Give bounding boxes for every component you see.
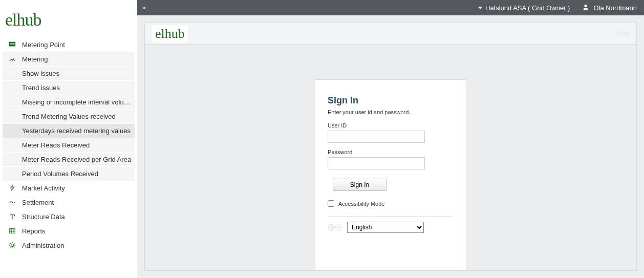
- sub-period-volumes-received[interactable]: Period Volumes Received: [3, 166, 135, 181]
- svg-line-22: [14, 247, 14, 247]
- sidebar-item-administration[interactable]: Administration: [3, 238, 135, 252]
- sidebar-item-reports[interactable]: Reports: [3, 224, 135, 238]
- nav-label: Settlement: [22, 199, 54, 206]
- svg-rect-1: [10, 43, 15, 44]
- svg-line-23: [10, 247, 11, 247]
- sub-missing-interval-volumes[interactable]: Missing or incomplete interval volu…: [3, 95, 135, 109]
- org-name: Hafslund ASA ( Grid Owner ): [485, 4, 570, 12]
- nav-label: Administration: [22, 242, 64, 249]
- org-selector[interactable]: Hafslund ASA ( Grid Owner ): [478, 4, 570, 12]
- settlement-icon: [8, 198, 17, 206]
- logo-text: elhub: [5, 10, 41, 29]
- svg-rect-11: [10, 229, 15, 233]
- market-activity-icon: [8, 184, 17, 192]
- svg-line-21: [10, 243, 11, 244]
- sidebar-item-settlement[interactable]: Settlement: [3, 195, 135, 209]
- signin-button[interactable]: Sign In: [333, 179, 387, 191]
- metering-submenu: Show issues Trend issues Missing or inco…: [3, 66, 135, 181]
- panel-logo: elhub: [152, 25, 188, 42]
- metering-point-icon: [8, 40, 17, 49]
- accessibility-checkbox[interactable]: [328, 200, 334, 207]
- sub-trend-metering-values[interactable]: Trend Metering Values received: [3, 109, 135, 123]
- sidebar-item-structure-data[interactable]: Structure Data: [3, 209, 135, 224]
- sidebar-nav: Metering Point Metering Show issues Tren…: [0, 37, 137, 252]
- help-link[interactable]: Help: [615, 30, 629, 37]
- signin-title: Sign In: [328, 95, 454, 106]
- sidebar-logo: elhub: [0, 0, 137, 37]
- password-input[interactable]: [328, 157, 425, 169]
- divider: [328, 216, 454, 217]
- metering-icon: [8, 55, 17, 63]
- svg-point-16: [11, 244, 13, 246]
- embedded-panel: elhub Help Sign In Enter your user id an…: [144, 23, 637, 271]
- panel-header: elhub Help: [145, 23, 636, 45]
- sub-show-issues[interactable]: Show issues: [3, 66, 135, 80]
- user-id-input[interactable]: [328, 131, 425, 143]
- svg-rect-0: [9, 42, 15, 47]
- nav-label: Structure Data: [22, 213, 65, 221]
- sidebar-item-metering-point[interactable]: Metering Point: [3, 37, 135, 52]
- user-icon: [582, 4, 589, 12]
- sidebar: elhub Metering Point Metering Show issue…: [0, 0, 137, 278]
- language-select[interactable]: English: [347, 222, 424, 233]
- user-menu[interactable]: Ola Nordmann: [582, 4, 637, 12]
- gear-icon: [8, 241, 17, 249]
- user-name: Ola Nordmann: [593, 4, 637, 12]
- password-label: Password: [328, 149, 454, 155]
- caret-down-icon: [478, 7, 482, 9]
- structure-data-icon: [8, 212, 17, 221]
- nav-label: Reports: [22, 227, 46, 235]
- sub-meter-reads-per-grid-area[interactable]: Meter Reads Received per Grid Area: [3, 152, 135, 166]
- sub-meter-reads-received[interactable]: Meter Reads Received: [3, 138, 135, 152]
- nav-label: Market Activity: [22, 184, 65, 192]
- svg-rect-2: [10, 45, 15, 45]
- nav-label: Metering Point: [22, 41, 65, 49]
- signin-card: Sign In Enter your user id and password.…: [315, 79, 466, 270]
- panel-body: Sign In Enter your user id and password.…: [145, 45, 636, 270]
- sidebar-item-market-activity[interactable]: Market Activity: [3, 181, 135, 195]
- content-area: elhub Help Sign In Enter your user id an…: [137, 15, 644, 278]
- accessibility-label: Accessibility Mode: [338, 201, 384, 207]
- sub-trend-issues[interactable]: Trend issues: [3, 80, 135, 95]
- sidebar-item-metering[interactable]: Metering: [3, 52, 135, 66]
- globe-icon: [328, 223, 342, 231]
- collapse-sidebar-icon[interactable]: «: [142, 4, 146, 11]
- topbar: « Hafslund ASA ( Grid Owner ) Ola Nordma…: [137, 0, 644, 15]
- signin-subtitle: Enter your user id and password.: [328, 109, 454, 115]
- nav-label: Metering: [22, 55, 48, 63]
- main: « Hafslund ASA ( Grid Owner ) Ola Nordma…: [137, 0, 644, 278]
- user-id-label: User ID: [328, 122, 454, 129]
- sub-yesterdays-metering-values[interactable]: Yesterdays received metering values: [3, 123, 135, 138]
- reports-icon: [8, 227, 17, 235]
- svg-line-24: [14, 243, 14, 244]
